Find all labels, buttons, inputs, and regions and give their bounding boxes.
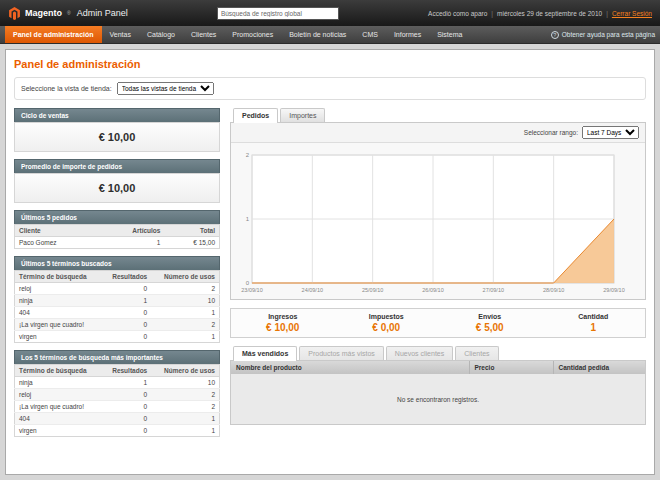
nav-item-boletin[interactable]: Boletín de noticias bbox=[281, 26, 354, 43]
table-header-row: Término de búsqueda Resultados Número de… bbox=[15, 365, 220, 377]
last-search-terms-table: Término de búsqueda Resultados Número de… bbox=[14, 270, 220, 343]
table-row: ninja110 bbox=[15, 377, 220, 389]
table-cell: 2 bbox=[151, 389, 219, 401]
table-header-row: Nombre del producto Precio Cantidad pedi… bbox=[231, 361, 645, 374]
nav-item-sistema[interactable]: Sistema bbox=[429, 26, 470, 43]
svg-text:27/09/10: 27/09/10 bbox=[483, 287, 504, 293]
stat-envios: Envíos € 5,00 bbox=[438, 313, 542, 333]
tab-importes[interactable]: Importes bbox=[280, 108, 325, 122]
table-cell: 1 bbox=[151, 307, 219, 319]
range-label: Seleccionar rango: bbox=[524, 129, 578, 136]
chart-range-bar: Seleccionar rango: Last 7 Days bbox=[231, 123, 645, 143]
nav-item-dashboard[interactable]: Panel de administración bbox=[5, 26, 102, 43]
svg-text:2: 2 bbox=[246, 152, 250, 158]
svg-text:25/09/10: 25/09/10 bbox=[362, 287, 383, 293]
card-title: Últimos 5 términos buscados bbox=[14, 256, 220, 270]
column-header: Resultados bbox=[102, 365, 151, 377]
svg-text:28/09/10: 28/09/10 bbox=[543, 287, 564, 293]
table-cell: ¡La virgen que cuadro! bbox=[15, 401, 102, 413]
table-cell: virgen bbox=[15, 425, 102, 437]
nav-list: Panel de administración Ventas Catálogo … bbox=[5, 26, 470, 43]
table-cell: 1 bbox=[151, 413, 219, 425]
global-search-input[interactable] bbox=[217, 7, 339, 20]
table-cell: reloj bbox=[15, 283, 102, 295]
card-title: Los 5 términos de búsqueda más important… bbox=[14, 350, 220, 364]
table-header-row: Término de búsqueda Resultados Número de… bbox=[15, 271, 220, 283]
table-cell: reloj bbox=[15, 389, 102, 401]
table-cell: 0 bbox=[102, 413, 151, 425]
table-cell: 0 bbox=[102, 331, 151, 343]
stat-cantidad: Cantidad 1 bbox=[542, 313, 646, 333]
content-background: Panel de administración Seleccione la vi… bbox=[0, 44, 660, 480]
lifetime-sales-card: Ciclo de ventas € 10,00 bbox=[14, 108, 220, 152]
separator: | bbox=[491, 10, 493, 17]
separator: | bbox=[606, 10, 608, 17]
session-date: miércoles 29 de septiembre de 2010 bbox=[497, 10, 602, 17]
table-row: No se encontraron registros. bbox=[231, 374, 645, 424]
card-value: € 10,00 bbox=[14, 173, 220, 203]
bestsellers-table: Nombre del producto Precio Cantidad pedi… bbox=[231, 361, 645, 424]
column-header: Término de búsqueda bbox=[15, 271, 102, 283]
table-body: No se encontraron registros. bbox=[231, 374, 645, 424]
nav-item-ventas[interactable]: Ventas bbox=[102, 26, 139, 43]
average-order-card: Promedio de importe de pedidos € 10,00 bbox=[14, 159, 220, 203]
svg-text:24/09/10: 24/09/10 bbox=[302, 287, 323, 293]
svg-text:23/09/10: 23/09/10 bbox=[241, 287, 262, 293]
nav-item-catalogo[interactable]: Catálogo bbox=[139, 26, 183, 43]
help-link[interactable]: ? Obtener ayuda para esta página bbox=[551, 26, 655, 43]
table-cell: 1 bbox=[151, 425, 219, 437]
stat-value: € 10,00 bbox=[231, 322, 335, 333]
stat-impuestos: Impuestos € 0,00 bbox=[335, 313, 439, 333]
table-cell: 2 bbox=[151, 319, 219, 331]
help-icon: ? bbox=[551, 31, 559, 39]
tab-mas-vendidos[interactable]: Más vendidos bbox=[233, 346, 297, 361]
table-row: ¡La virgen que cuadro!02 bbox=[15, 401, 220, 413]
stat-value: 1 bbox=[542, 322, 646, 333]
svg-text:0: 0 bbox=[246, 280, 250, 286]
table-cell: 0 bbox=[102, 425, 151, 437]
chart-tabs: Pedidos Importes bbox=[230, 108, 646, 123]
table-body: Paco Gomez1€ 15,00 bbox=[15, 237, 220, 249]
bestsellers-panel: Nombre del producto Precio Cantidad pedi… bbox=[230, 361, 646, 425]
svg-text:26/09/10: 26/09/10 bbox=[422, 287, 443, 293]
dashboard-left-column: Ciclo de ventas € 10,00 Promedio de impo… bbox=[14, 108, 220, 444]
main-nav: Panel de administración Ventas Catálogo … bbox=[0, 26, 660, 44]
column-header: Artículos bbox=[99, 225, 165, 237]
nav-item-cms[interactable]: CMS bbox=[354, 26, 386, 43]
content-panel: Panel de administración Seleccione la vi… bbox=[5, 49, 655, 475]
dashboard-columns: Ciclo de ventas € 10,00 Promedio de impo… bbox=[14, 108, 646, 444]
column-header: Precio bbox=[469, 361, 553, 374]
nav-item-informes[interactable]: Informes bbox=[386, 26, 429, 43]
table-cell: 0 bbox=[102, 401, 151, 413]
table-cell: 0 bbox=[102, 319, 151, 331]
totals-bar: Ingresos € 10,00 Impuestos € 0,00 Envíos… bbox=[230, 308, 646, 338]
grid-tabs: Más vendidos Productos más vistos Nuevos… bbox=[230, 346, 646, 361]
table-cell: ninja bbox=[15, 377, 102, 389]
orders-chart: 01223/09/1024/09/1025/09/1026/09/1027/09… bbox=[231, 143, 645, 299]
range-select[interactable]: Last 7 Days bbox=[582, 126, 639, 139]
store-view-select[interactable]: Todas las vistas de tienda bbox=[117, 82, 214, 95]
top-header: Magento® Admin Panel Accedió como aparo … bbox=[0, 0, 660, 26]
column-header: Número de usos bbox=[151, 365, 219, 377]
nav-item-promociones[interactable]: Promociones bbox=[224, 26, 281, 43]
svg-text:1: 1 bbox=[246, 216, 250, 222]
logout-link[interactable]: Cerrar Sesión bbox=[612, 10, 652, 17]
table-row: virgen01 bbox=[15, 425, 220, 437]
brand-suffix: Admin Panel bbox=[77, 8, 128, 18]
table-cell: 2 bbox=[151, 283, 219, 295]
column-header: Resultados bbox=[102, 271, 151, 283]
table-row: Paco Gomez1€ 15,00 bbox=[15, 237, 220, 249]
magento-logo-icon bbox=[8, 7, 21, 20]
nav-item-clientes[interactable]: Clientes bbox=[183, 26, 224, 43]
column-header: Total bbox=[164, 225, 219, 237]
tab-pedidos[interactable]: Pedidos bbox=[233, 108, 278, 123]
stat-label: Impuestos bbox=[335, 313, 439, 320]
table-cell: Paco Gomez bbox=[15, 237, 99, 249]
column-header: Cliente bbox=[15, 225, 99, 237]
card-title: Promedio de importe de pedidos bbox=[14, 159, 220, 173]
table-cell: € 15,00 bbox=[164, 237, 219, 249]
table-header-row: Cliente Artículos Total bbox=[15, 225, 220, 237]
table-row: ¡La virgen que cuadro!02 bbox=[15, 319, 220, 331]
table-body: reloj02ninja11040401¡La virgen que cuadr… bbox=[15, 283, 220, 343]
column-header: Nombre del producto bbox=[231, 361, 469, 374]
